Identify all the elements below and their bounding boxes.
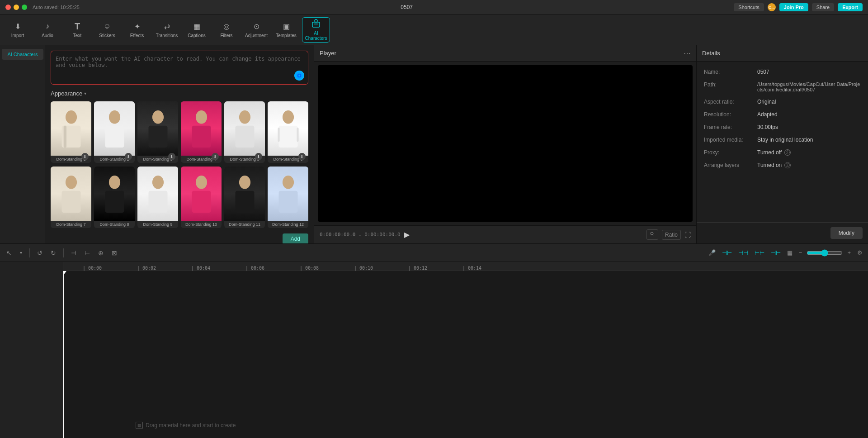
tool-audio[interactable]: ♪ Audio bbox=[33, 17, 61, 43]
detail-resolution-row: Resolution: Adapted bbox=[704, 111, 861, 118]
captions-icon: ▦ bbox=[192, 21, 202, 31]
clip-ctrl-2[interactable]: ⊣⊣ bbox=[736, 248, 750, 258]
import-label: Import bbox=[11, 33, 24, 38]
maximize-button[interactable] bbox=[22, 5, 27, 10]
tool-ai-characters[interactable]: AI Characters bbox=[302, 17, 330, 43]
ratio-button[interactable]: Ratio bbox=[662, 230, 681, 240]
download-icon-2[interactable]: ⬇ bbox=[125, 153, 132, 160]
delete-frame-button[interactable]: ⊠ bbox=[109, 248, 120, 258]
clip-ctrl-1[interactable]: ⊣⊢ bbox=[720, 248, 734, 258]
tool-stickers[interactable]: ☺ Stickers bbox=[93, 17, 121, 43]
char-card-4[interactable]: ⬇ Dom-Standing 4 bbox=[181, 101, 222, 163]
filters-label: Filters bbox=[220, 33, 232, 38]
detail-aspect-row: Aspect ratio: Original bbox=[704, 99, 861, 105]
download-icon-1[interactable]: ⬇ bbox=[81, 153, 89, 160]
minimize-button[interactable] bbox=[14, 5, 19, 10]
details-content: Name: 0507 Path: /Users/topgus/Movies/Ca… bbox=[697, 62, 868, 222]
char-card-10[interactable]: Dom-Standing 10 bbox=[181, 167, 222, 228]
detail-name-label: Name: bbox=[704, 69, 754, 75]
proxy-info-icon[interactable]: ⓘ bbox=[784, 149, 791, 156]
zoom-fit-icon[interactable] bbox=[646, 229, 658, 240]
stickers-icon: ☺ bbox=[102, 21, 112, 31]
char-card-1[interactable]: ⬇ Dom-Standing 1 bbox=[51, 101, 91, 163]
insert-button[interactable]: ⊕ bbox=[95, 248, 106, 258]
select-dropdown-button[interactable]: ▾ bbox=[17, 248, 25, 257]
char-card-2[interactable]: ⬇ Dom-Standing 2 bbox=[94, 101, 135, 163]
zoom-out-button[interactable]: − bbox=[797, 248, 804, 258]
tool-text[interactable]: T Text bbox=[63, 17, 91, 43]
download-icon-4[interactable]: ⬇ bbox=[212, 153, 219, 160]
settings-button[interactable]: ⚙ bbox=[855, 248, 864, 258]
player-header: Player ⋯ bbox=[314, 45, 696, 62]
download-icon-5[interactable]: ⬇ bbox=[255, 153, 262, 160]
toolbar-separator-2 bbox=[63, 248, 64, 257]
char-card-11[interactable]: Dom-Standing 11 bbox=[224, 167, 265, 228]
char-card-6[interactable]: ⬇ Dom-Standing 6 bbox=[268, 101, 308, 163]
clip-ctrl-4[interactable]: ⊣⊢ bbox=[769, 248, 783, 258]
tool-adjustment[interactable]: ⊙ Adjustment bbox=[242, 17, 270, 43]
detail-framerate-label: Frame rate: bbox=[704, 124, 754, 130]
details-title: Details bbox=[702, 50, 720, 57]
svg-rect-6 bbox=[63, 126, 66, 148]
export-button[interactable]: Export bbox=[838, 3, 863, 11]
user-avatar[interactable]: C... bbox=[768, 3, 776, 11]
ruler-mark-3: | 00:06 bbox=[228, 266, 282, 271]
layers-info-icon[interactable]: ⓘ bbox=[784, 162, 791, 168]
modify-button[interactable]: Modify bbox=[830, 227, 863, 239]
clip-ctrl-3[interactable]: ⊢⊢ bbox=[753, 248, 766, 258]
ruler-label-4: | 00:08 bbox=[300, 266, 319, 271]
character-text-textarea[interactable] bbox=[56, 56, 303, 78]
char-card-9[interactable]: Dom-Standing 9 bbox=[137, 167, 178, 228]
tool-transitions[interactable]: ⇄ Transitions bbox=[153, 17, 181, 43]
zoom-slider[interactable] bbox=[807, 249, 843, 257]
char-thumb-2 bbox=[94, 101, 135, 156]
sidebar-item-ai-characters[interactable]: AI Characters bbox=[2, 49, 43, 60]
player-menu-icon[interactable]: ⋯ bbox=[684, 49, 691, 57]
close-button[interactable] bbox=[5, 5, 11, 10]
char-card-12[interactable]: Dom-Standing 12 bbox=[268, 167, 308, 228]
detail-resolution-value: Adapted bbox=[757, 111, 861, 118]
caption-button[interactable]: ▦ bbox=[785, 248, 794, 258]
detail-path-row: Path: /Users/topgus/Movies/CapCut/User D… bbox=[704, 81, 861, 92]
join-pro-button[interactable]: Join Pro bbox=[779, 3, 808, 11]
timeline: ↖ ▾ ↺ ↻ ⊣ ⊢ ⊕ ⊠ 🎤 ⊣⊢ ⊣⊣ ⊢⊢ ⊣⊢ ▦ − + ⚙ bbox=[0, 243, 868, 438]
tool-filters[interactable]: ◎ Filters bbox=[212, 17, 241, 43]
detail-aspect-value: Original bbox=[757, 99, 861, 105]
character-grid-row2: Dom-Standing 7 Dom-Standing 8 bbox=[51, 167, 308, 228]
ruler-mark-7: | 00:14 bbox=[445, 266, 499, 271]
char-card-7[interactable]: Dom-Standing 7 bbox=[51, 167, 91, 228]
split-left-button[interactable]: ⊣ bbox=[68, 248, 79, 258]
fullscreen-button[interactable]: ⛶ bbox=[684, 231, 691, 238]
select-tool-button[interactable]: ↖ bbox=[4, 248, 14, 258]
zoom-in-button[interactable]: + bbox=[845, 248, 853, 258]
char-card-3[interactable]: ⬇ Dom-Standing 3 bbox=[137, 101, 178, 163]
tool-effects[interactable]: ✦ Effects bbox=[123, 17, 151, 43]
download-icon-3[interactable]: ⬇ bbox=[168, 153, 175, 160]
char-card-8[interactable]: Dom-Standing 8 bbox=[94, 167, 135, 228]
sidebar-item-label: AI Characters bbox=[7, 52, 38, 57]
split-right-button[interactable]: ⊢ bbox=[82, 248, 93, 258]
timeline-ruler: | 00:00 | 00:02 | 00:04 | 00:06 | 00:08 bbox=[63, 262, 868, 271]
tool-captions[interactable]: ▦ Captions bbox=[183, 17, 211, 43]
char-name-9: Dom-Standing 9 bbox=[137, 221, 178, 228]
svg-point-29 bbox=[282, 176, 293, 189]
detail-name-value: 0507 bbox=[757, 69, 861, 75]
char-card-5[interactable]: ⬇ Dom-Standing 5 bbox=[224, 101, 265, 163]
detail-proxy-label: Proxy: bbox=[704, 149, 754, 156]
shortcuts-button[interactable]: Shortcuts bbox=[734, 3, 764, 11]
timeline-content: | 00:00 | 00:02 | 00:04 | 00:06 | 00:08 bbox=[63, 262, 868, 438]
char-name-7: Dom-Standing 7 bbox=[51, 221, 91, 228]
undo-button[interactable]: ↺ bbox=[34, 248, 45, 258]
download-icon-6[interactable]: ⬇ bbox=[298, 153, 306, 160]
share-button[interactable]: Share bbox=[812, 3, 834, 11]
svg-point-23 bbox=[152, 176, 163, 189]
redo-button[interactable]: ↻ bbox=[48, 248, 59, 258]
tool-import[interactable]: ⬇ Import bbox=[4, 17, 32, 43]
ruler-label-7: | 00:14 bbox=[462, 266, 481, 271]
timecode-start: 0:00:00:00.0 bbox=[320, 232, 355, 238]
detail-path-label: Path: bbox=[704, 81, 754, 88]
tool-templates[interactable]: ▣ Templates bbox=[272, 17, 300, 43]
mic-button[interactable]: 🎤 bbox=[707, 248, 717, 258]
play-button[interactable]: ▶ bbox=[404, 230, 410, 239]
add-character-button[interactable]: Add bbox=[283, 233, 308, 243]
